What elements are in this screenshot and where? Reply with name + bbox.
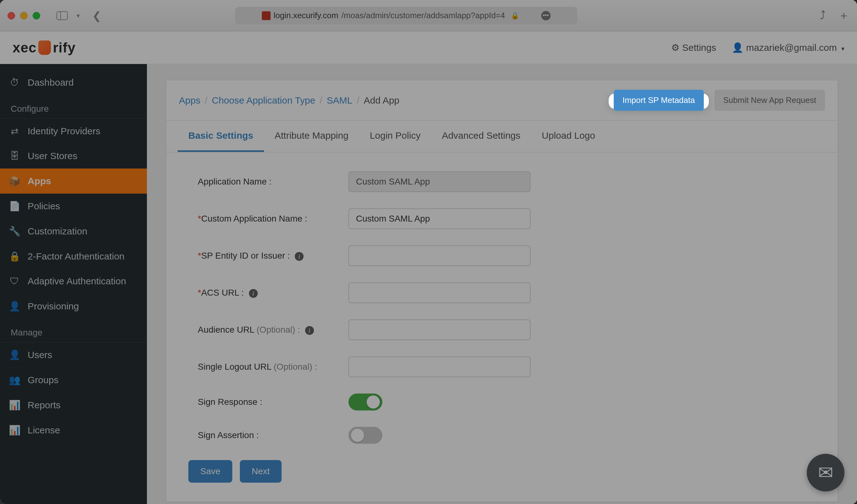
input-custom-application-name[interactable] [349, 208, 531, 229]
sidebar-section-manage: Manage [0, 319, 147, 342]
share-icon[interactable]: ⤴ [820, 9, 826, 22]
new-tab-icon[interactable]: ＋ [838, 8, 850, 23]
crumb-current: Add App [364, 95, 399, 106]
sidebar-item-identity-providers[interactable]: ⇄Identity Providers [0, 119, 147, 144]
sidebar-item-label: Customization [28, 226, 87, 237]
sidebar-item-label: Groups [28, 375, 58, 385]
url-host: login.xecurify.com [274, 11, 338, 20]
next-button[interactable]: Next [240, 460, 282, 483]
header-user-menu[interactable]: 👤 mazariek@gmail.com ▾ [732, 42, 844, 53]
label-slo-url: Single Logout URL (Optional) : [198, 362, 349, 372]
header-settings-link[interactable]: ⚙ Settings [671, 42, 716, 53]
input-audience-url[interactable] [349, 319, 531, 340]
info-icon[interactable]: i [249, 289, 258, 298]
site-favicon-icon [262, 11, 271, 20]
brand-logo[interactable]: xec rify [13, 40, 75, 55]
browser-titlebar: ▾ ❮ login.xecurify.com/moas/admin/custom… [0, 0, 857, 31]
save-button[interactable]: Save [188, 460, 232, 483]
sidebar-item-provisioning[interactable]: 👤Provisioning [0, 294, 147, 319]
swap-icon: ⇄ [9, 125, 20, 136]
sidebar-item-adaptive-auth[interactable]: 🛡Adaptive Authentication [0, 269, 147, 294]
sidebar-item-label: Policies [28, 201, 60, 212]
tab-upload-logo[interactable]: Upload Logo [531, 121, 606, 152]
input-sp-entity[interactable] [349, 246, 531, 266]
sidebar-item-reports[interactable]: 📊Reports [0, 392, 147, 418]
label-application-name: Application Name : [198, 177, 349, 187]
tab-attribute-mapping[interactable]: Attribute Mapping [264, 121, 359, 152]
tab-advanced-settings[interactable]: Advanced Settings [431, 121, 531, 152]
more-options-icon[interactable]: ••• [541, 11, 551, 20]
close-window-button[interactable] [7, 12, 15, 19]
app-header: xec rify ⚙ Settings 👤 mazariek@gmail.com… [0, 31, 857, 64]
back-button[interactable]: ❮ [92, 10, 101, 22]
address-bar[interactable]: login.xecurify.com/moas/admin/customer/a… [235, 7, 577, 24]
input-acs-url[interactable] [349, 283, 531, 303]
main-content: Apps/ Choose Application Type/ SAML/ Add… [147, 64, 857, 504]
tabs: Basic Settings Attribute Mapping Login P… [166, 121, 838, 152]
form-basic-settings: Application Name : *Custom Application N… [166, 152, 838, 502]
crumb-apps[interactable]: Apps [179, 95, 200, 106]
header-settings-label: Settings [682, 43, 716, 53]
group-icon: 👥 [9, 374, 20, 385]
minimize-window-button[interactable] [20, 12, 28, 19]
brand-text-right: rify [53, 40, 75, 55]
breadcrumb: Apps/ Choose Application Type/ SAML/ Add… [179, 95, 399, 106]
tab-basic-settings[interactable]: Basic Settings [178, 121, 264, 152]
sidebar-item-2fa[interactable]: 🔒2-Factor Authentication [0, 244, 147, 269]
wrench-icon: 🔧 [9, 225, 20, 237]
toggle-sign-response[interactable] [349, 393, 382, 410]
header-user-email: mazariek@gmail.com [746, 43, 837, 53]
box-icon: 📦 [9, 175, 20, 186]
sidebar-item-groups[interactable]: 👥Groups [0, 368, 147, 392]
submit-new-app-request-button[interactable]: Submit New App Request [715, 90, 825, 111]
label-acs-url: *ACS URL : i [198, 288, 349, 298]
contact-mail-fab[interactable]: ✉ [807, 454, 844, 491]
sidebar-item-label: Reports [28, 400, 61, 410]
sidebar-toggle-icon[interactable] [56, 11, 68, 20]
chevron-down-icon[interactable]: ▾ [77, 12, 80, 19]
mail-icon: ✉ [818, 462, 834, 483]
sidebar-item-policies[interactable]: 📄Policies [0, 194, 147, 219]
sidebar-item-apps[interactable]: 📦Apps [0, 169, 147, 194]
sidebar-item-label: 2-Factor Authentication [28, 251, 124, 262]
sidebar-item-label: Apps [28, 176, 51, 186]
document-icon: 📄 [9, 201, 20, 212]
zoom-window-button[interactable] [33, 12, 40, 19]
toggle-sign-assertion[interactable] [349, 427, 382, 444]
lock-icon: 🔒 [511, 12, 519, 20]
import-sp-metadata-button[interactable]: Import SP Metadata [614, 90, 704, 111]
app-card: Apps/ Choose Application Type/ SAML/ Add… [166, 80, 838, 502]
info-icon[interactable]: i [295, 252, 304, 261]
tab-login-policy[interactable]: Login Policy [359, 121, 431, 152]
database-icon: 🗄 [9, 151, 20, 161]
crumb-saml[interactable]: SAML [327, 95, 353, 106]
sidebar-item-users[interactable]: 👤Users [0, 342, 147, 368]
traffic-lights [7, 12, 40, 19]
input-slo-url[interactable] [349, 356, 531, 377]
gear-icon: ⚙ [671, 43, 679, 53]
user-icon: 👤 [732, 43, 743, 53]
sidebar-item-customization[interactable]: 🔧Customization [0, 219, 147, 244]
sidebar: ⏱Dashboard Configure ⇄Identity Providers… [0, 64, 147, 504]
sidebar-section-configure: Configure [0, 95, 147, 119]
lock-icon: 🔒 [9, 251, 20, 262]
chart-icon: 📊 [9, 425, 20, 436]
label-audience-url: Audience URL (Optional) : i [198, 325, 349, 335]
brand-text-left: xec [13, 40, 36, 55]
sidebar-item-label: User Stores [28, 151, 77, 161]
sidebar-item-label: Users [28, 350, 52, 360]
shield-icon [38, 40, 51, 55]
app-viewport: xec rify ⚙ Settings 👤 mazariek@gmail.com… [0, 31, 857, 504]
sidebar-item-label: Provisioning [28, 301, 79, 312]
crumb-choose-type[interactable]: Choose Application Type [212, 95, 316, 106]
card-header: Apps/ Choose Application Type/ SAML/ Add… [166, 80, 838, 121]
sidebar-item-license[interactable]: 📊License [0, 418, 147, 443]
browser-window: ▾ ❮ login.xecurify.com/moas/admin/custom… [0, 0, 857, 504]
info-icon[interactable]: i [305, 326, 314, 335]
caret-down-icon: ▾ [841, 45, 844, 52]
label-sign-response: Sign Response : [198, 397, 349, 407]
url-path: /moas/admin/customer/addsamlapp?appId=4 [341, 11, 505, 20]
sidebar-item-dashboard[interactable]: ⏱Dashboard [0, 70, 147, 95]
sidebar-item-label: Identity Providers [28, 126, 100, 136]
sidebar-item-user-stores[interactable]: 🗄User Stores [0, 144, 147, 169]
